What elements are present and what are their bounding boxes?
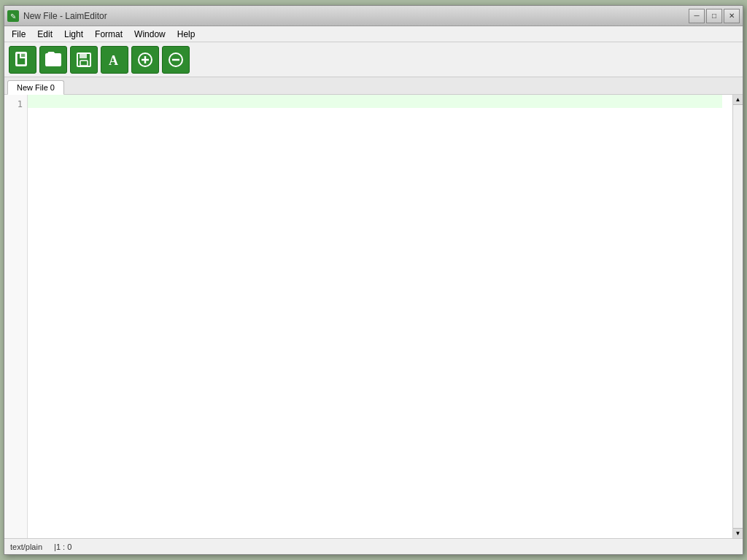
minimize-button[interactable]: ─ [689,9,705,23]
line-numbers: 1 [4,95,28,538]
open-file-button[interactable] [39,46,67,74]
svg-text:✎: ✎ [10,12,16,20]
svg-text:A: A [109,53,118,68]
toolbar: A [4,42,743,77]
window-title: New File - LaimEditor [23,11,107,21]
zoom-in-button[interactable] [131,46,159,74]
svg-rect-7 [80,53,87,58]
app-icon: ✎ [7,10,19,22]
vertical-scrollbar[interactable]: ▲ ▼ [732,95,743,538]
svg-rect-8 [80,61,88,66]
close-button[interactable]: ✕ [724,9,740,23]
scroll-up-button[interactable]: ▲ [733,95,743,105]
editor-content [28,95,732,538]
tab-bar: New File 0 [4,77,743,95]
status-bar: text/plain |1 : 0 [4,538,743,554]
title-bar: ✎ New File - LaimEditor ─ □ ✕ [4,6,743,26]
menu-window[interactable]: Window [128,26,171,42]
font-button[interactable]: A [101,46,128,74]
restore-button[interactable]: □ [706,9,722,23]
mime-type: text/plain [10,542,42,551]
zoom-out-button[interactable] [162,46,190,74]
menu-format[interactable]: Format [89,26,128,42]
editor-textarea[interactable] [28,95,732,538]
menu-edit[interactable]: Edit [31,26,58,42]
line-number-1: 1 [4,98,23,111]
menu-bar: File Edit Light Format Window Help [4,26,743,42]
new-file-button[interactable] [9,46,36,74]
menu-light[interactable]: Light [58,26,89,42]
editor-container: 1 ▲ ▼ [4,95,743,538]
tab-new-file-0[interactable]: New File 0 [7,80,64,95]
menu-help[interactable]: Help [171,26,201,42]
save-file-button[interactable] [70,46,98,74]
cursor-position: |1 : 0 [54,542,71,551]
menu-file[interactable]: File [6,26,31,42]
scroll-down-button[interactable]: ▼ [733,528,743,538]
